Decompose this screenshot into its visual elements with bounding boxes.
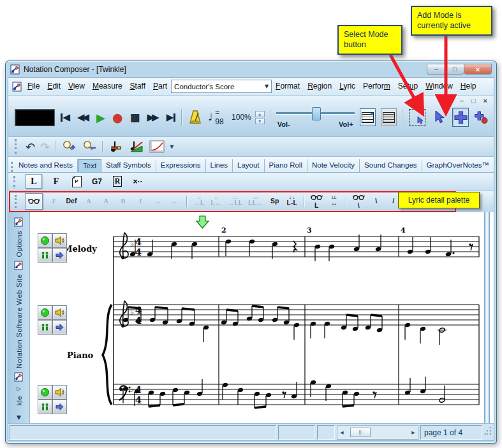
texttools-grip[interactable]	[13, 176, 18, 187]
font-larger-button[interactable]: A	[83, 194, 94, 209]
scroll-left-icon[interactable]: ◀	[337, 426, 346, 439]
move-syllables-right-button[interactable]: ♩♩♩→LL	[228, 194, 242, 209]
undo-button[interactable]: ↶	[26, 140, 35, 154]
sidebar-dropdown-icon[interactable]: ▼	[17, 414, 21, 421]
melody-speaker-button[interactable]	[52, 233, 67, 248]
toolbar-grip[interactable]	[15, 139, 19, 154]
bold-button[interactable]: B	[117, 194, 129, 209]
lyric-font-button[interactable]: F	[48, 194, 60, 209]
mdi-restore-button[interactable]: □	[471, 97, 476, 105]
show-lyrics-button[interactable]	[25, 193, 43, 210]
page-view-button[interactable]	[360, 108, 376, 126]
hyphenate-syllable-button[interactable]: ♩ ♩L-L	[286, 194, 298, 209]
menu-staff[interactable]: Staff	[126, 80, 149, 93]
move-syllables-left-button[interactable]: ♩♩♩LL←	[248, 194, 263, 209]
melisma-down-button[interactable]: \	[371, 194, 382, 209]
piano-bass-record-enable-button[interactable]	[38, 385, 52, 400]
tempo-display[interactable]: ♩ = 98	[208, 108, 226, 126]
lyric-grip[interactable]	[15, 195, 19, 208]
piano-treble-ensemble-button[interactable]	[38, 320, 52, 335]
restore-button[interactable]: □	[445, 64, 464, 75]
horizontal-scrollbar[interactable]: ◀ ▶	[337, 425, 418, 440]
page-text-tool-button[interactable]: P	[70, 175, 83, 188]
part-selector[interactable]: Conductor's Score▼	[171, 80, 272, 93]
piano-bass-speaker-button[interactable]	[52, 385, 67, 400]
note-velocity-tool-button[interactable]	[108, 139, 124, 154]
zoom-out-button[interactable]	[82, 139, 97, 154]
sidebar-tab-options[interactable]: Options	[15, 231, 23, 257]
zoom-control[interactable]: 100% ▲ ▼	[232, 111, 265, 124]
menu-window[interactable]: Window	[422, 80, 457, 93]
select-mode-button[interactable]	[431, 108, 447, 127]
tab-note-velocity[interactable]: Note Velocity	[307, 159, 360, 172]
menu-help[interactable]: Help	[457, 80, 480, 93]
scroll-right-icon[interactable]: ▶	[409, 426, 418, 439]
melody-goto-button[interactable]	[52, 248, 67, 263]
mdi-close-button[interactable]: ×	[484, 97, 487, 105]
skip-to-start-button[interactable]: ◀	[60, 111, 71, 124]
tab-sound-changes[interactable]: Sound Changes	[360, 159, 422, 172]
zoom-in-button[interactable]	[61, 139, 77, 154]
add-special-mode-button[interactable]	[474, 108, 490, 127]
title-bar[interactable]: Notation Composer - [Twinkle] – □ ×	[8, 61, 494, 77]
volume-thumb[interactable]	[312, 107, 321, 120]
resize-grip[interactable]	[484, 425, 492, 436]
tab-grip[interactable]	[11, 162, 13, 172]
menu-region[interactable]: Region	[304, 80, 336, 93]
tab-lines[interactable]: Lines	[206, 159, 233, 172]
space-syllable-button[interactable]: Sp	[269, 194, 281, 209]
menu-format[interactable]: Format	[272, 80, 304, 93]
free-text-tool-button[interactable]: F	[50, 175, 63, 188]
tab-layout[interactable]: Layout	[233, 159, 265, 172]
symbol-stamp-tool-button[interactable]: ×··	[131, 175, 144, 188]
metronome-button[interactable]	[188, 109, 203, 126]
expander-icon[interactable]: ▷	[17, 386, 21, 392]
menu-lyric[interactable]: Lyric	[336, 80, 359, 93]
view-lyric-syllable-button[interactable]: L	[311, 194, 323, 209]
melody-ensemble-button[interactable]	[38, 248, 52, 263]
tab-graphovernotes-[interactable]: GraphOverNotes™	[422, 159, 494, 172]
chord-name-tool-button[interactable]: G7	[91, 175, 103, 188]
volume-slider[interactable]: Vol- Vol+	[276, 106, 355, 128]
shift-right-button[interactable]: →	[152, 194, 163, 209]
view-melisma-button[interactable]: \	[353, 194, 365, 209]
spin-up-icon[interactable]: ▲	[255, 111, 265, 117]
move-syllable-right-button[interactable]: ♩♩→L	[193, 194, 205, 209]
piano-treble-goto-button[interactable]	[52, 320, 67, 335]
sidebar-tab-document[interactable]: kle	[15, 396, 23, 406]
piano-treble-record-enable-button[interactable]	[38, 305, 52, 320]
rewind-button[interactable]: ◀◀	[77, 111, 90, 124]
tab-staff-symbols[interactable]: Staff Symbols	[101, 159, 156, 172]
menu-view[interactable]: View	[64, 80, 89, 93]
sidebar-tab-website[interactable]: Notation Software Web Site	[15, 274, 23, 368]
shift-left-button[interactable]: ←	[169, 194, 181, 209]
piano-bass-ensemble-button[interactable]	[38, 400, 52, 414]
skip-to-end-button[interactable]: ▶	[166, 111, 177, 124]
score-page[interactable]: 234MelodyPiano♭44♭44♭44	[30, 212, 494, 423]
combo-arrow-icon[interactable]: ▼	[265, 83, 271, 89]
options-tab-icon[interactable]	[14, 217, 24, 227]
mdi-minimize-button[interactable]: –	[460, 97, 464, 105]
tab-piano-roll[interactable]: Piano Roll	[265, 159, 307, 172]
redo-button[interactable]: ↷	[40, 140, 50, 154]
tab-notes-and-rests[interactable]: Notes and Rests	[14, 159, 78, 172]
piano-bass-goto-button[interactable]	[52, 400, 67, 414]
add-mode-button[interactable]	[452, 108, 468, 127]
melody-record-enable-button[interactable]	[38, 233, 52, 248]
play-button[interactable]: ▶	[96, 110, 106, 125]
menu-perform[interactable]: Perform	[359, 80, 394, 93]
zoom-spinner[interactable]: ▲ ▼	[255, 111, 265, 124]
tab-expressions[interactable]: Expressions	[156, 159, 206, 172]
scroll-view-button[interactable]	[381, 108, 397, 126]
piano-treble-speaker-button[interactable]	[52, 305, 67, 320]
menu-file[interactable]: File	[24, 80, 43, 93]
italic-button[interactable]: I	[135, 194, 146, 209]
move-syllable-left-button[interactable]: ♩♩L←	[210, 194, 222, 209]
lyric-tool-button[interactable]: L	[26, 174, 42, 189]
crescendo-tool-button[interactable]	[129, 139, 144, 154]
menu-edit[interactable]: Edit	[43, 80, 64, 93]
website-tab-icon[interactable]	[14, 261, 24, 270]
region-select-button[interactable]	[408, 108, 426, 127]
fast-forward-button[interactable]: ▶▶	[147, 111, 160, 124]
spin-down-icon[interactable]: ▼	[255, 118, 265, 124]
